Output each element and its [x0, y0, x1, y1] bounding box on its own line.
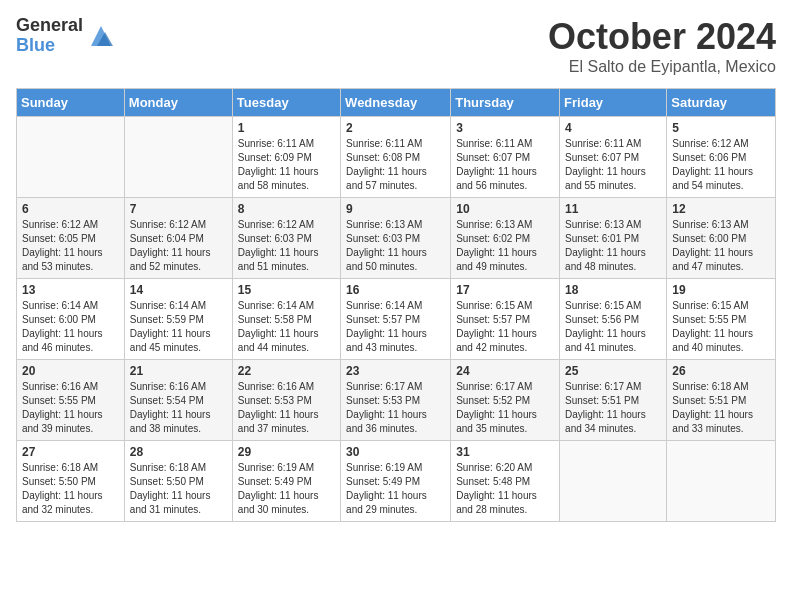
day-number: 6: [22, 202, 119, 216]
day-number: 29: [238, 445, 335, 459]
calendar-day-cell: 7Sunrise: 6:12 AMSunset: 6:04 PMDaylight…: [124, 198, 232, 279]
calendar-day-cell: 25Sunrise: 6:17 AMSunset: 5:51 PMDayligh…: [560, 360, 667, 441]
day-number: 16: [346, 283, 445, 297]
calendar-table: SundayMondayTuesdayWednesdayThursdayFrid…: [16, 88, 776, 522]
logo-icon: [87, 22, 115, 50]
day-number: 31: [456, 445, 554, 459]
day-number: 7: [130, 202, 227, 216]
day-info: Sunrise: 6:13 AMSunset: 6:01 PMDaylight:…: [565, 218, 661, 274]
day-info: Sunrise: 6:12 AMSunset: 6:05 PMDaylight:…: [22, 218, 119, 274]
calendar-day-cell: 9Sunrise: 6:13 AMSunset: 6:03 PMDaylight…: [341, 198, 451, 279]
calendar-header: SundayMondayTuesdayWednesdayThursdayFrid…: [17, 89, 776, 117]
calendar-day-cell: 12Sunrise: 6:13 AMSunset: 6:00 PMDayligh…: [667, 198, 776, 279]
calendar-day-cell: 13Sunrise: 6:14 AMSunset: 6:00 PMDayligh…: [17, 279, 125, 360]
day-number: 21: [130, 364, 227, 378]
day-info: Sunrise: 6:11 AMSunset: 6:07 PMDaylight:…: [565, 137, 661, 193]
day-number: 28: [130, 445, 227, 459]
calendar-day-cell: [560, 441, 667, 522]
calendar-week-row: 27Sunrise: 6:18 AMSunset: 5:50 PMDayligh…: [17, 441, 776, 522]
day-number: 14: [130, 283, 227, 297]
day-info: Sunrise: 6:19 AMSunset: 5:49 PMDaylight:…: [238, 461, 335, 517]
calendar-week-row: 6Sunrise: 6:12 AMSunset: 6:05 PMDaylight…: [17, 198, 776, 279]
calendar-day-cell: 15Sunrise: 6:14 AMSunset: 5:58 PMDayligh…: [232, 279, 340, 360]
day-info: Sunrise: 6:11 AMSunset: 6:08 PMDaylight:…: [346, 137, 445, 193]
calendar-day-cell: 17Sunrise: 6:15 AMSunset: 5:57 PMDayligh…: [451, 279, 560, 360]
calendar-day-cell: 26Sunrise: 6:18 AMSunset: 5:51 PMDayligh…: [667, 360, 776, 441]
day-of-week-header: Tuesday: [232, 89, 340, 117]
day-number: 26: [672, 364, 770, 378]
calendar-day-cell: 16Sunrise: 6:14 AMSunset: 5:57 PMDayligh…: [341, 279, 451, 360]
day-info: Sunrise: 6:15 AMSunset: 5:57 PMDaylight:…: [456, 299, 554, 355]
calendar-day-cell: 31Sunrise: 6:20 AMSunset: 5:48 PMDayligh…: [451, 441, 560, 522]
calendar-day-cell: 28Sunrise: 6:18 AMSunset: 5:50 PMDayligh…: [124, 441, 232, 522]
day-info: Sunrise: 6:14 AMSunset: 5:59 PMDaylight:…: [130, 299, 227, 355]
day-of-week-header: Monday: [124, 89, 232, 117]
day-number: 8: [238, 202, 335, 216]
day-number: 25: [565, 364, 661, 378]
day-info: Sunrise: 6:18 AMSunset: 5:51 PMDaylight:…: [672, 380, 770, 436]
day-number: 10: [456, 202, 554, 216]
calendar-week-row: 20Sunrise: 6:16 AMSunset: 5:55 PMDayligh…: [17, 360, 776, 441]
day-of-week-header: Thursday: [451, 89, 560, 117]
day-info: Sunrise: 6:16 AMSunset: 5:55 PMDaylight:…: [22, 380, 119, 436]
day-info: Sunrise: 6:12 AMSunset: 6:04 PMDaylight:…: [130, 218, 227, 274]
day-info: Sunrise: 6:17 AMSunset: 5:51 PMDaylight:…: [565, 380, 661, 436]
day-number: 5: [672, 121, 770, 135]
calendar-day-cell: 24Sunrise: 6:17 AMSunset: 5:52 PMDayligh…: [451, 360, 560, 441]
calendar-day-cell: 11Sunrise: 6:13 AMSunset: 6:01 PMDayligh…: [560, 198, 667, 279]
calendar-day-cell: 22Sunrise: 6:16 AMSunset: 5:53 PMDayligh…: [232, 360, 340, 441]
day-number: 18: [565, 283, 661, 297]
day-info: Sunrise: 6:14 AMSunset: 5:57 PMDaylight:…: [346, 299, 445, 355]
day-info: Sunrise: 6:11 AMSunset: 6:09 PMDaylight:…: [238, 137, 335, 193]
day-info: Sunrise: 6:12 AMSunset: 6:06 PMDaylight:…: [672, 137, 770, 193]
month-title: October 2024: [548, 16, 776, 58]
day-of-week-header: Wednesday: [341, 89, 451, 117]
day-info: Sunrise: 6:14 AMSunset: 5:58 PMDaylight:…: [238, 299, 335, 355]
calendar-day-cell: 8Sunrise: 6:12 AMSunset: 6:03 PMDaylight…: [232, 198, 340, 279]
calendar-body: 1Sunrise: 6:11 AMSunset: 6:09 PMDaylight…: [17, 117, 776, 522]
calendar-day-cell: [17, 117, 125, 198]
day-info: Sunrise: 6:14 AMSunset: 6:00 PMDaylight:…: [22, 299, 119, 355]
calendar-day-cell: 5Sunrise: 6:12 AMSunset: 6:06 PMDaylight…: [667, 117, 776, 198]
logo-blue-text: Blue: [16, 36, 83, 56]
day-info: Sunrise: 6:11 AMSunset: 6:07 PMDaylight:…: [456, 137, 554, 193]
calendar-day-cell: 10Sunrise: 6:13 AMSunset: 6:02 PMDayligh…: [451, 198, 560, 279]
day-info: Sunrise: 6:13 AMSunset: 6:00 PMDaylight:…: [672, 218, 770, 274]
day-number: 11: [565, 202, 661, 216]
day-number: 30: [346, 445, 445, 459]
calendar-day-cell: 29Sunrise: 6:19 AMSunset: 5:49 PMDayligh…: [232, 441, 340, 522]
day-number: 13: [22, 283, 119, 297]
day-info: Sunrise: 6:16 AMSunset: 5:54 PMDaylight:…: [130, 380, 227, 436]
title-section: October 2024 El Salto de Eyipantla, Mexi…: [548, 16, 776, 76]
day-number: 12: [672, 202, 770, 216]
page-header: General Blue October 2024 El Salto de Ey…: [16, 16, 776, 76]
day-number: 1: [238, 121, 335, 135]
day-info: Sunrise: 6:19 AMSunset: 5:49 PMDaylight:…: [346, 461, 445, 517]
day-number: 2: [346, 121, 445, 135]
calendar-day-cell: 4Sunrise: 6:11 AMSunset: 6:07 PMDaylight…: [560, 117, 667, 198]
calendar-day-cell: [124, 117, 232, 198]
day-info: Sunrise: 6:18 AMSunset: 5:50 PMDaylight:…: [130, 461, 227, 517]
day-info: Sunrise: 6:17 AMSunset: 5:52 PMDaylight:…: [456, 380, 554, 436]
day-info: Sunrise: 6:15 AMSunset: 5:55 PMDaylight:…: [672, 299, 770, 355]
day-info: Sunrise: 6:17 AMSunset: 5:53 PMDaylight:…: [346, 380, 445, 436]
day-info: Sunrise: 6:20 AMSunset: 5:48 PMDaylight:…: [456, 461, 554, 517]
day-of-week-header: Friday: [560, 89, 667, 117]
day-of-week-header: Sunday: [17, 89, 125, 117]
day-number: 9: [346, 202, 445, 216]
calendar-day-cell: 6Sunrise: 6:12 AMSunset: 6:05 PMDaylight…: [17, 198, 125, 279]
calendar-day-cell: 23Sunrise: 6:17 AMSunset: 5:53 PMDayligh…: [341, 360, 451, 441]
logo-general-text: General: [16, 16, 83, 36]
day-info: Sunrise: 6:15 AMSunset: 5:56 PMDaylight:…: [565, 299, 661, 355]
calendar-day-cell: 2Sunrise: 6:11 AMSunset: 6:08 PMDaylight…: [341, 117, 451, 198]
day-number: 19: [672, 283, 770, 297]
day-number: 23: [346, 364, 445, 378]
day-info: Sunrise: 6:13 AMSunset: 6:02 PMDaylight:…: [456, 218, 554, 274]
day-number: 17: [456, 283, 554, 297]
day-number: 24: [456, 364, 554, 378]
calendar-day-cell: 30Sunrise: 6:19 AMSunset: 5:49 PMDayligh…: [341, 441, 451, 522]
day-number: 20: [22, 364, 119, 378]
calendar-day-cell: 14Sunrise: 6:14 AMSunset: 5:59 PMDayligh…: [124, 279, 232, 360]
day-info: Sunrise: 6:13 AMSunset: 6:03 PMDaylight:…: [346, 218, 445, 274]
calendar-day-cell: 20Sunrise: 6:16 AMSunset: 5:55 PMDayligh…: [17, 360, 125, 441]
